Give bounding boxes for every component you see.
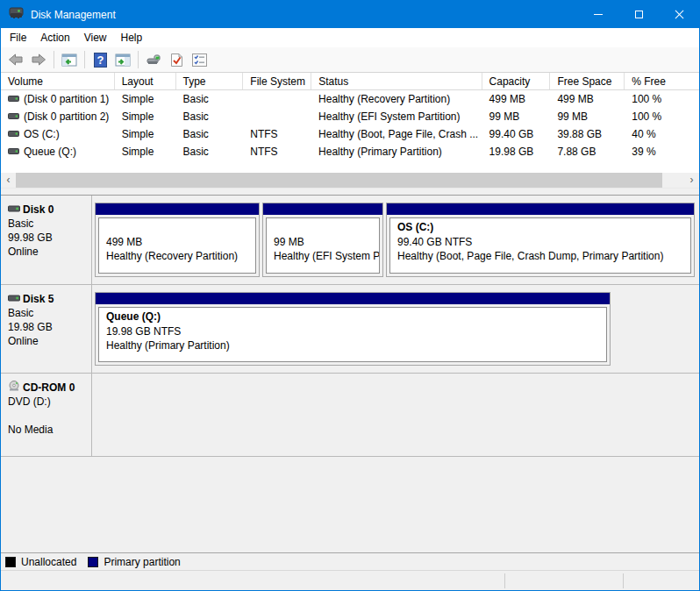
column-header-type[interactable]: Type [176,73,244,89]
partition-size: 99.40 GB NTFS [397,235,690,249]
menu-view[interactable]: View [77,30,114,46]
legend-bar: Unallocated Primary partition [1,552,699,570]
column-header-file-system[interactable]: File System [243,73,311,89]
cell-capacity: 99 MB [482,110,551,123]
graphical-view: Disk 0 Basic 99.98 GB Online 499 MB Heal… [1,196,699,552]
status-bar [1,570,699,590]
table-row[interactable]: (Disk 0 partition 2) Simple Basic Health… [1,108,699,125]
forward-button[interactable] [28,49,49,70]
menubar: File Action View Help [1,28,699,47]
statusbar-separator [623,573,624,588]
toolbar-separator [54,51,54,68]
partition-recovery[interactable]: 499 MB Healthy (Recovery Partition) [95,203,260,277]
cell-capacity: 19.98 GB [482,146,551,158]
partition-color-band [387,203,694,215]
rescan-disks-icon [146,53,162,66]
table-row[interactable]: OS (C:) Simple Basic NTFS Healthy (Boot,… [1,125,699,143]
menu-file[interactable]: File [3,30,33,46]
help-button[interactable]: ? [89,49,111,70]
cell-layout: Simple [115,110,176,123]
primary-partition-swatch [88,557,98,567]
cell-status: Healthy (Primary Partition) [311,146,482,158]
cell-capacity: 499 MB [482,93,551,105]
volume-icon [8,128,19,140]
disk-row-cdrom0: CD-ROM 0 DVD (D:) No Media [1,374,699,457]
titlebar[interactable]: Disk Management [1,1,699,28]
forward-arrow-icon [31,53,46,67]
legend-label: Unallocated [21,556,76,568]
cell-type: Basic [175,146,243,158]
checklist-button[interactable] [189,49,210,70]
disk-row-disk0: Disk 0 Basic 99.98 GB Online 499 MB Heal… [1,196,699,285]
partition-status: Healthy (Boot, Page File, Crash Dump, Pr… [397,249,690,263]
disk-management-window: Disk Management File Action View Help [0,0,700,591]
disk-status: Online [8,245,88,259]
partition-body[interactable]: OS (C:) 99.40 GB NTFS Healthy (Boot, Pag… [389,217,691,274]
disk-size: 19.98 GB [8,320,88,334]
column-header-capacity[interactable]: Capacity [482,73,551,89]
scrollbar-thumb[interactable] [16,173,662,188]
column-header-layout[interactable]: Layout [115,73,176,89]
partition-body[interactable]: Queue (Q:) 19.98 GB NTFS Healthy (Primar… [98,307,607,362]
partition-color-band [263,203,382,215]
cell-pct-free: 40 % [625,128,699,140]
minimize-icon [594,14,603,15]
show-console-tree-button[interactable] [59,49,80,70]
disk-name: Disk 0 [23,203,54,216]
disk0-header-pane[interactable]: Disk 0 Basic 99.98 GB Online [1,196,92,284]
cell-layout: Simple [115,128,176,140]
cell-free-space: 7.88 GB [550,146,625,158]
disk-name: CD-ROM 0 [23,381,75,394]
close-button[interactable] [659,1,699,28]
show-action-pane-button[interactable] [112,49,133,70]
disk-name: Disk 5 [23,293,54,305]
disk-type: Basic [8,306,88,320]
help-icon: ? [94,53,107,68]
minimize-button[interactable] [578,1,618,28]
volume-icon [8,146,19,158]
column-header-volume[interactable]: Volume [1,73,115,89]
table-row[interactable]: (Disk 0 partition 1) Simple Basic Health… [1,90,699,108]
partition-queue-q[interactable]: Queue (Q:) 19.98 GB NTFS Healthy (Primar… [95,292,611,366]
unallocated-swatch [5,557,16,567]
disk5-header-pane[interactable]: Disk 5 Basic 19.98 GB Online [1,285,92,373]
partition-body[interactable]: 499 MB Healthy (Recovery Partition) [98,217,256,274]
horizontal-scrollbar[interactable]: ‹ › [1,173,699,189]
cell-free-space: 39.88 GB [550,128,625,140]
volume-name: Queue (Q:) [24,146,76,158]
cd-rom-icon [8,381,20,394]
window-title: Disk Management [31,9,116,21]
back-button[interactable] [5,49,26,70]
cell-type: Basic [175,110,243,123]
legend-item-primary-partition: Primary partition [88,556,180,568]
column-header-pct-free[interactable]: % Free [625,73,699,89]
column-header-free-space[interactable]: Free Space [550,73,625,89]
cell-file-system: NTFS [243,146,311,158]
partition-os-c[interactable]: OS (C:) 99.40 GB NTFS Healthy (Boot, Pag… [386,203,695,277]
partition-body[interactable]: 99 MB Healthy (EFI System Par [266,217,380,274]
back-arrow-icon [8,53,24,67]
column-header-status[interactable]: Status [311,73,482,89]
validate-button[interactable] [166,49,187,70]
pane-splitter[interactable] [1,189,699,196]
rescan-disks-button[interactable] [143,49,164,70]
table-row[interactable]: Queue (Q:) Simple Basic NTFS Healthy (Pr… [1,143,699,160]
cell-status: Healthy (Recovery Partition) [311,93,482,105]
scroll-right-arrow-icon[interactable]: › [684,173,699,188]
volume-list: Volume Layout Type File System Status Ca… [1,73,699,173]
partition-color-band [96,293,610,304]
partition-title: OS (C:) [397,220,690,235]
partition-color-band [96,203,259,215]
volume-icon [8,93,19,105]
volume-name: (Disk 0 partition 1) [24,93,109,105]
partition-efi[interactable]: 99 MB Healthy (EFI System Par [262,203,383,277]
menu-help[interactable]: Help [114,30,150,46]
disk-type: Basic [8,217,88,231]
partition-status: Healthy (Primary Partition) [106,338,606,352]
disk-drive-icon [8,203,20,216]
menu-action[interactable]: Action [33,30,76,46]
disk-status: No Media [8,423,88,437]
scroll-left-arrow-icon[interactable]: ‹ [1,173,16,188]
maximize-button[interactable] [618,1,659,28]
cdrom0-header-pane[interactable]: CD-ROM 0 DVD (D:) No Media [1,374,92,456]
